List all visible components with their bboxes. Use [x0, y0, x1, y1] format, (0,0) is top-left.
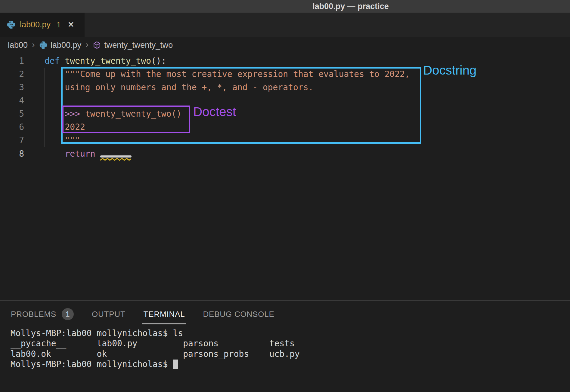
code-token: def [45, 56, 65, 66]
code-text: def twenty_twenty_two(): [45, 54, 166, 68]
panel-tab-output[interactable]: OUTPUT [92, 310, 125, 319]
chevron-right-icon: › [85, 40, 88, 50]
code-token: return [65, 149, 95, 159]
bottom-panel: PROBLEMS1OUTPUTTERMINALDEBUG CONSOLE Mol… [0, 300, 570, 392]
symbol-cube-icon [93, 41, 101, 49]
code-token: (): [151, 56, 166, 66]
terminal-line: __pycache__ lab00.py parsons tests [11, 338, 300, 349]
terminal-line: lab00.ok ok parsons_probs ucb.py [11, 349, 300, 359]
tab-problem-count-badge: 1 [57, 20, 61, 29]
code-text: return [45, 147, 95, 161]
breadcrumb: lab00 › lab00.py › twenty_twenty_two [0, 37, 570, 54]
panel-tab-label: TERMINAL [144, 310, 185, 319]
chevron-right-icon: › [32, 40, 35, 50]
panel-tab-terminal[interactable]: TERMINAL [144, 310, 185, 319]
code-line-1[interactable]: 1def twenty_twenty_two(): [0, 54, 570, 68]
tab-filename: lab00.py [20, 20, 51, 29]
line-number: 2 [0, 68, 24, 81]
python-file-icon [7, 20, 16, 29]
editor-tab-strip: lab00.py 1 ✕ [0, 13, 570, 37]
line-number: 8 [0, 147, 24, 161]
panel-tab-label: PROBLEMS [11, 310, 56, 319]
terminal-line: Mollys-MBP:lab00 mollynicholas$ [11, 359, 300, 369]
title-bar: lab00.py — practice [0, 0, 570, 13]
tab-lab00-py[interactable]: lab00.py 1 ✕ [0, 13, 85, 37]
code-token [45, 149, 65, 159]
panel-tab-bar: PROBLEMS1OUTPUTTERMINALDEBUG CONSOLE [0, 301, 274, 328]
doctest-annotation-label: Doctest [193, 105, 236, 119]
terminal-output[interactable]: Mollys-MBP:lab00 mollynicholas$ ls__pyca… [11, 328, 300, 370]
warning-squiggle [100, 158, 131, 161]
whitespace-highlight-bar [100, 155, 132, 158]
problems-count-badge: 1 [62, 308, 74, 320]
vscode-window: lab00.py — practice lab00.py 1 ✕ lab00 ›… [0, 0, 570, 392]
line-number: 4 [0, 94, 24, 107]
panel-tab-label: DEBUG CONSOLE [203, 310, 274, 319]
doctest-annotation-box [62, 106, 190, 133]
line-number: 3 [0, 81, 24, 94]
terminal-line: Mollys-MBP:lab00 mollynicholas$ ls [11, 328, 300, 338]
docstring-annotation-label: Docstring [423, 63, 476, 78]
window-title: lab00.py — practice [312, 2, 389, 11]
code-token: twenty_twenty_two [65, 56, 151, 66]
tab-close-icon[interactable]: ✕ [68, 21, 75, 29]
code-editor[interactable]: 1def twenty_twenty_two():2 """Come up wi… [0, 54, 570, 300]
line-number: 1 [0, 54, 24, 68]
code-line-8[interactable]: 8 return [0, 147, 570, 160]
line-number: 6 [0, 121, 24, 134]
breadcrumb-folder[interactable]: lab00 [8, 41, 28, 50]
line-number: 5 [0, 107, 24, 121]
terminal-cursor [173, 360, 178, 369]
line-number: 7 [0, 134, 24, 147]
panel-tab-debug-console[interactable]: DEBUG CONSOLE [203, 310, 274, 319]
breadcrumb-file[interactable]: lab00.py [51, 41, 81, 50]
panel-tab-label: OUTPUT [92, 310, 125, 319]
breadcrumb-symbol[interactable]: twenty_twenty_two [104, 41, 173, 50]
panel-tab-problems[interactable]: PROBLEMS1 [11, 308, 74, 320]
python-file-icon [39, 41, 48, 49]
